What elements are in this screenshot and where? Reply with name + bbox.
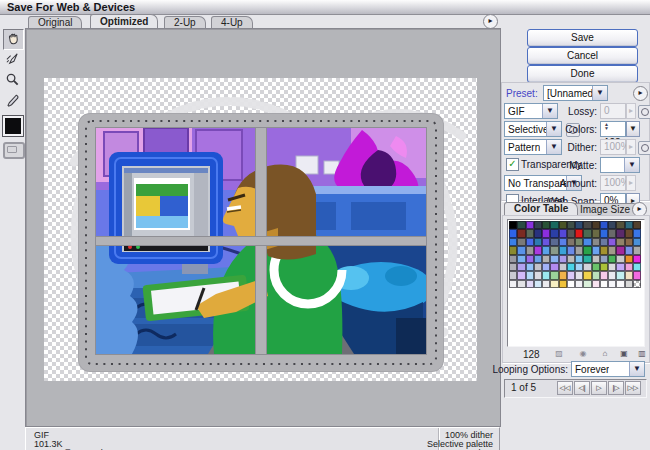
color-swatch-cell[interactable] — [517, 263, 525, 271]
color-swatch-cell[interactable] — [550, 263, 558, 271]
color-swatch-cell[interactable] — [550, 280, 558, 288]
color-swatch-cell[interactable] — [633, 271, 641, 279]
color-swatch-cell[interactable] — [534, 246, 542, 254]
map-transparency-icon[interactable]: ▨ — [553, 348, 565, 359]
tab-optimized[interactable]: Optimized — [90, 14, 158, 28]
preset-dropdown[interactable]: [Unnamed] ▼ — [543, 85, 608, 101]
color-swatch-cell[interactable] — [526, 280, 534, 288]
color-swatch-cell[interactable] — [559, 221, 567, 229]
color-swatch-cell[interactable] — [616, 221, 624, 229]
color-swatch-cell[interactable] — [583, 238, 591, 246]
color-swatch-cell[interactable] — [526, 221, 534, 229]
color-swatch-cell[interactable] — [526, 255, 534, 263]
settings-menu-button[interactable]: ▸ — [633, 86, 648, 101]
color-swatch-cell[interactable] — [559, 263, 567, 271]
color-swatch-cell[interactable] — [526, 271, 534, 279]
color-swatch-cell[interactable] — [534, 238, 542, 246]
color-swatch-cell[interactable] — [567, 246, 575, 254]
color-swatch-cell[interactable] — [633, 263, 641, 271]
color-swatch-cell[interactable] — [592, 271, 600, 279]
color-swatch-cell[interactable] — [517, 280, 525, 288]
color-swatch-cell[interactable] — [600, 229, 608, 237]
new-color-icon[interactable]: ▣ — [618, 348, 630, 359]
color-swatch-cell[interactable] — [625, 238, 633, 246]
color-swatch-cell[interactable] — [608, 255, 616, 263]
colors-value-field[interactable]: ▲▼128 — [600, 121, 626, 137]
color-swatch-cell[interactable] — [633, 280, 641, 288]
color-swatch-cell[interactable] — [608, 229, 616, 237]
color-swatch-cell[interactable] — [600, 263, 608, 271]
color-swatch-cell[interactable] — [616, 280, 624, 288]
delete-color-icon[interactable]: ▥ — [636, 348, 648, 359]
color-swatch-cell[interactable] — [600, 271, 608, 279]
color-swatch-cell[interactable] — [567, 255, 575, 263]
color-swatch-cell[interactable] — [534, 263, 542, 271]
color-swatch-cell[interactable] — [550, 221, 558, 229]
stepper-icon[interactable]: ▲▼ — [604, 122, 611, 130]
color-swatch-cell[interactable] — [567, 221, 575, 229]
slice-select-tool-button[interactable] — [3, 50, 22, 69]
transparency-checkbox[interactable]: ✓ — [506, 158, 519, 171]
tab-4up[interactable]: 4-Up — [211, 16, 253, 28]
color-swatch-cell[interactable] — [608, 263, 616, 271]
color-swatch-cell[interactable] — [583, 255, 591, 263]
hand-tool-button[interactable] — [3, 29, 24, 50]
color-swatch-cell[interactable] — [534, 255, 542, 263]
color-swatch-cell[interactable] — [616, 263, 624, 271]
color-swatch-cell[interactable] — [575, 246, 583, 254]
color-swatch-cell[interactable] — [542, 271, 550, 279]
color-swatch-cell[interactable] — [616, 271, 624, 279]
color-swatch-cell[interactable] — [567, 280, 575, 288]
color-swatch-cell[interactable] — [575, 221, 583, 229]
save-button[interactable]: Save — [527, 29, 638, 47]
color-swatch-cell[interactable] — [534, 280, 542, 288]
color-swatch-cell[interactable] — [592, 221, 600, 229]
color-swatch-cell[interactable] — [567, 229, 575, 237]
color-swatch-cell[interactable] — [550, 271, 558, 279]
color-swatch-cell[interactable] — [592, 263, 600, 271]
dither-mask-button[interactable] — [638, 141, 650, 155]
color-swatch-cell[interactable] — [509, 221, 517, 229]
color-swatch-cell[interactable] — [575, 229, 583, 237]
eyedropper-tool-button[interactable] — [3, 92, 22, 111]
color-swatch-cell[interactable] — [575, 280, 583, 288]
next-frame-button[interactable]: |▷ — [608, 381, 624, 395]
last-frame-button[interactable]: ▷▷ — [625, 381, 641, 395]
color-swatch-cell[interactable] — [592, 229, 600, 237]
color-swatch-cell[interactable] — [608, 238, 616, 246]
color-swatch-cell[interactable] — [600, 246, 608, 254]
color-swatch-cell[interactable] — [592, 246, 600, 254]
color-swatch-cell[interactable] — [550, 246, 558, 254]
color-swatch-cell[interactable] — [526, 246, 534, 254]
color-swatch-cell[interactable] — [509, 263, 517, 271]
lossy-mask-button[interactable] — [638, 105, 650, 119]
matte-color-swatch[interactable] — [2, 115, 24, 137]
color-swatch-cell[interactable] — [550, 255, 558, 263]
color-swatch-cell[interactable] — [526, 229, 534, 237]
color-swatch-cell[interactable] — [616, 229, 624, 237]
color-swatch-cell[interactable] — [509, 246, 517, 254]
color-swatch-cell[interactable] — [625, 255, 633, 263]
looping-options-dropdown[interactable]: Forever ▼ — [571, 361, 645, 377]
color-swatch-cell[interactable] — [608, 271, 616, 279]
color-swatch-cell[interactable] — [625, 221, 633, 229]
tab-color-table[interactable]: Color Table — [504, 202, 578, 215]
color-swatch-cell[interactable] — [509, 271, 517, 279]
optimized-preview-area[interactable] — [25, 28, 501, 427]
web-shift-icon[interactable]: ◉ — [577, 348, 589, 359]
color-swatch-cell[interactable] — [542, 280, 550, 288]
color-swatch-cell[interactable] — [542, 255, 550, 263]
color-swatch-cell[interactable] — [600, 255, 608, 263]
color-swatch-cell[interactable] — [575, 238, 583, 246]
color-swatch-cell[interactable] — [625, 229, 633, 237]
color-swatch-cell[interactable] — [517, 271, 525, 279]
cancel-button[interactable]: Cancel — [527, 47, 638, 65]
color-swatch-cell[interactable] — [608, 246, 616, 254]
color-swatch-cell[interactable] — [583, 263, 591, 271]
color-swatch-cell[interactable] — [625, 246, 633, 254]
color-swatch-cell[interactable] — [600, 280, 608, 288]
matte-dropdown[interactable]: ▼ — [600, 157, 640, 173]
color-swatch-cell[interactable] — [526, 263, 534, 271]
color-swatch-cell[interactable] — [600, 221, 608, 229]
color-swatch-cell[interactable] — [534, 229, 542, 237]
